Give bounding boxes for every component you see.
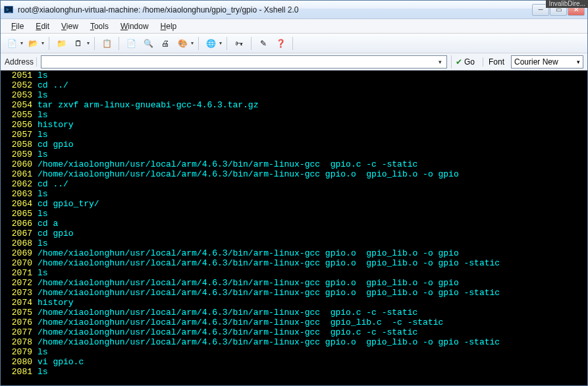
history-number: 2058 <box>1 140 38 150</box>
history-line: 2074history <box>1 298 587 308</box>
history-number: 2070 <box>1 258 38 268</box>
go-button[interactable]: ✔ Go <box>451 55 479 69</box>
history-line: 2064cd gpio_try/ <box>1 199 587 209</box>
history-line: 2059ls <box>1 150 587 159</box>
history-number: 2068 <box>1 238 38 248</box>
history-command: ls <box>38 238 48 248</box>
history-command: cd ../ <box>38 179 68 189</box>
history-line: 2067cd gpio <box>1 229 587 238</box>
history-command: vi gpio.c <box>38 357 84 367</box>
menu-edit[interactable]: Edit <box>30 20 55 32</box>
history-line: 2079ls <box>1 347 587 357</box>
go-icon: ✔ <box>456 57 462 67</box>
color-dropdown-icon[interactable]: ▾ <box>191 40 194 46</box>
history-command: ls <box>38 209 48 219</box>
history-line: 2072/home/xiaolonghun/usr/local/arm/4.6.… <box>1 278 587 288</box>
history-line: 2069/home/xiaolonghun/usr/local/arm/4.6.… <box>1 248 587 258</box>
menu-view[interactable]: View <box>56 20 84 32</box>
history-line: 2068ls <box>1 238 587 248</box>
history-line: 2055ls <box>1 110 587 120</box>
menu-window[interactable]: Window <box>115 20 154 32</box>
address-input[interactable]: ▾ <box>41 55 447 69</box>
history-command: ls <box>38 130 48 140</box>
history-command: /home/xiaolonghun/usr/local/arm/4.6.3/bi… <box>38 288 500 298</box>
history-command: ls <box>38 347 48 357</box>
terminal[interactable]: 2051ls 2052cd ../ 2053ls 2054tar zxvf ar… <box>1 70 587 385</box>
history-line: 2062cd ../ <box>1 179 587 189</box>
history-line: 2071ls <box>1 268 587 278</box>
history-command: cd gpio <box>38 140 74 150</box>
font-dropdown-icon[interactable]: ▾ <box>577 59 580 65</box>
history-command: /home/xiaolonghun/usr/local/arm/4.6.3/bi… <box>38 317 443 327</box>
history-line: 2063ls <box>1 189 587 199</box>
history-command: cd ../ <box>38 80 68 90</box>
history-number: 2066 <box>1 219 38 229</box>
history-number: 2054 <box>1 100 38 110</box>
menu-tools[interactable]: Tools <box>85 20 114 32</box>
key-icon[interactable]: 🗝 <box>232 36 246 51</box>
new-session-icon[interactable]: 📄 <box>5 36 19 51</box>
app-icon: >_ <box>3 5 14 15</box>
font-value: Courier New <box>514 57 558 67</box>
history-command: /home/xiaolonghun/usr/local/arm/4.6.3/bi… <box>38 258 500 268</box>
globe-dropdown-icon[interactable]: ▾ <box>219 40 222 46</box>
svg-text:>_: >_ <box>6 7 11 13</box>
menu-file[interactable]: File <box>6 20 29 32</box>
open-dropdown-icon[interactable]: ▾ <box>41 40 44 46</box>
history-line: 2057ls <box>1 130 587 140</box>
history-line: 2053ls <box>1 90 587 100</box>
history-line: 2056history <box>1 120 587 130</box>
addressbar: Address ▾ ✔ Go Font Courier New ▾ <box>1 53 587 70</box>
color-icon[interactable]: 🎨 <box>175 36 190 51</box>
history-number: 2056 <box>1 120 38 130</box>
properties-icon[interactable]: 🗒 <box>71 36 86 51</box>
copy-icon[interactable]: 📋 <box>99 36 114 51</box>
history-line: 2060/home/xiaolonghun/usr/local/arm/4.6.… <box>1 159 587 169</box>
history-number: 2074 <box>1 298 38 308</box>
history-line: 2073/home/xiaolonghun/usr/local/arm/4.6.… <box>1 288 587 298</box>
toolbar-separator <box>49 37 49 50</box>
paste-icon[interactable]: 📄 <box>124 36 138 51</box>
history-line: 2054tar zxvf arm-linux-gnueabi-gcc-4.6.3… <box>1 100 587 110</box>
window-title: root@xiaolonghun-virtual-machine: /home/… <box>18 5 532 14</box>
history-number: 2076 <box>1 317 38 327</box>
menu-help[interactable]: Help <box>155 20 182 32</box>
save-icon[interactable]: 📁 <box>54 36 68 51</box>
history-command: ls <box>38 110 48 120</box>
history-number: 2052 <box>1 80 38 90</box>
history-number: 2079 <box>1 347 38 357</box>
history-command: /home/xiaolonghun/usr/local/arm/4.6.3/bi… <box>38 169 459 179</box>
help-icon[interactable]: ❓ <box>273 36 288 51</box>
history-line: 2061/home/xiaolonghun/usr/local/arm/4.6.… <box>1 169 587 179</box>
history-number: 2061 <box>1 169 38 179</box>
font-select[interactable]: Courier New ▾ <box>511 55 583 69</box>
history-number: 2059 <box>1 150 38 159</box>
history-line: 2075/home/xiaolonghun/usr/local/arm/4.6.… <box>1 308 587 317</box>
history-number: 2077 <box>1 327 38 337</box>
history-command: cd a <box>38 219 58 229</box>
properties-dropdown-icon[interactable]: ▾ <box>87 40 90 46</box>
history-command: /home/xiaolonghun/usr/local/arm/4.6.3/bi… <box>38 159 417 169</box>
history-number: 2065 <box>1 209 38 219</box>
open-icon[interactable]: 📂 <box>26 36 40 51</box>
history-number: 2071 <box>1 268 38 278</box>
history-number: 2072 <box>1 278 38 288</box>
history-number: 2063 <box>1 189 38 199</box>
find-icon[interactable]: 🔍 <box>141 36 155 51</box>
address-dropdown-icon[interactable]: ▾ <box>436 56 445 68</box>
new-session-dropdown-icon[interactable]: ▾ <box>20 40 23 46</box>
history-command: ls <box>38 268 48 278</box>
go-label: Go <box>464 57 475 67</box>
history-command: history <box>38 120 74 130</box>
edit-icon[interactable]: ✎ <box>256 36 271 51</box>
titlebar[interactable]: >_ root@xiaolonghun-virtual-machine: /ho… <box>1 1 587 19</box>
history-command: /home/xiaolonghun/usr/local/arm/4.6.3/bi… <box>38 337 500 347</box>
font-label: Font <box>483 57 507 67</box>
history-number: 2055 <box>1 110 38 120</box>
toolbar-separator <box>198 37 199 50</box>
history-line: 2077/home/xiaolonghun/usr/local/arm/4.6.… <box>1 327 587 337</box>
history-command: /home/xiaolonghun/usr/local/arm/4.6.3/bi… <box>38 308 417 317</box>
globe-icon[interactable]: 🌐 <box>203 36 218 51</box>
print-icon[interactable]: 🖨 <box>158 36 173 51</box>
history-line: 2052cd ../ <box>1 80 587 90</box>
